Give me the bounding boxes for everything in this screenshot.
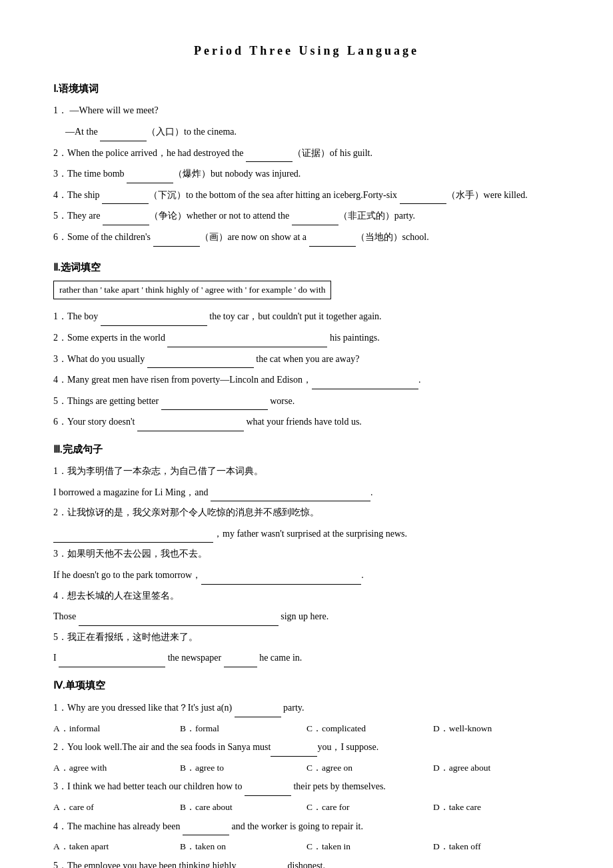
blank-q4-3	[245, 777, 291, 796]
option-d: D．take care	[433, 799, 560, 816]
q3-5-cn: 5．我正在看报纸，这时他进来了。	[53, 629, 560, 647]
option-c: C．care for	[306, 799, 433, 816]
blank-q2-2	[167, 329, 327, 347]
blank-q3-4	[79, 607, 279, 626]
q3-2-cn: 2．让我惊讶的是，我父亲对那个令人吃惊的消息并不感到吃惊。	[53, 504, 560, 522]
section4-header: Ⅳ.单项填空	[53, 677, 560, 695]
blank-q2-4	[312, 371, 418, 389]
q1-1-num: 1．	[53, 105, 67, 115]
q2-1: 1．The boy the toy car，but couldn't put i…	[53, 307, 560, 326]
q1-1: 1． —Where will we meet?	[53, 102, 560, 120]
q2-5: 5．Things are getting better worse.	[53, 392, 560, 411]
option-a: A．care of	[53, 799, 180, 816]
option-d: D．well-known	[433, 720, 560, 737]
blank-q4-4	[183, 817, 229, 836]
q1-2: 2．When the police arrived，he had destroy…	[53, 144, 560, 163]
blank-q1-6b	[309, 228, 356, 247]
q4-2-options: A．agree with B．agree to C．agree on D．agr…	[53, 759, 560, 777]
blank-q3-3	[201, 566, 361, 585]
blank-q3-1	[211, 483, 370, 502]
section2-header: Ⅱ.选词填空	[53, 259, 560, 277]
option-c: C．agree on	[306, 759, 433, 777]
q1-3: 3．The time bomb （爆炸）but nobody was injur…	[53, 165, 560, 183]
q3-1-en: I borrowed a magazine for Li Ming，and .	[53, 483, 560, 502]
q2-2: 2．Some experts in the world his painting…	[53, 329, 560, 347]
q4-2: 2．You look well.The air and the sea food…	[53, 738, 560, 757]
q4-4-options: A．taken apart B．taken on C．taken in D．ta…	[53, 838, 560, 855]
blank-q3-5b	[224, 649, 257, 667]
option-b: B．formal	[180, 720, 306, 737]
q1-6: 6．Some of the children's （画）are now on s…	[53, 228, 560, 247]
q2-6: 6．Your story doesn't what your friends h…	[53, 413, 560, 431]
blank-q1-4a	[102, 186, 149, 205]
page-title: Period Three Using Language	[53, 40, 560, 61]
q3-2-en: ，my father wasn't surprised at the surpr…	[53, 525, 560, 543]
q4-5: 5．The employee you have been thinking hi…	[53, 857, 560, 868]
blank-q1-1	[100, 123, 147, 141]
q4-1-options: A．informal B．formal C．complicated D．well…	[53, 720, 560, 737]
option-c: C．taken in	[306, 838, 433, 855]
blank-q1-3	[127, 165, 173, 183]
blank-q1-5a	[103, 207, 149, 225]
blank-q1-4b	[400, 186, 446, 205]
blank-q4-5	[239, 857, 285, 868]
blank-q2-3	[147, 350, 254, 369]
blank-q1-6a	[153, 228, 200, 247]
q3-4-en: Those sign up here.	[53, 607, 560, 626]
option-b: B．care about	[180, 799, 306, 816]
section3-header: Ⅲ.完成句子	[53, 441, 560, 459]
vocab-box: rather than ' take apart ' think highly …	[53, 281, 331, 300]
q4-1: 1．Why are you dressed like that？It's jus…	[53, 699, 560, 717]
q3-1-cn: 1．我为李明借了一本杂志，为自己借了一本词典。	[53, 463, 560, 481]
blank-q1-5b	[292, 207, 338, 225]
option-a: A．informal	[53, 720, 180, 737]
option-a: A．taken apart	[53, 838, 180, 855]
blank-q3-2	[53, 525, 213, 543]
q3-5-en: I the newspaper he came in.	[53, 649, 560, 667]
q1-1-sub: —At the （入口）to the cinema.	[65, 123, 560, 141]
blank-q3-5a	[59, 649, 165, 667]
option-d: D．agree about	[433, 759, 560, 777]
q3-4-cn: 4．想去长城的人在这里签名。	[53, 587, 560, 605]
blank-q2-1	[101, 307, 207, 326]
option-c: C．complicated	[306, 720, 433, 737]
q3-3-cn: 3．如果明天他不去公园，我也不去。	[53, 545, 560, 563]
blank-q2-5	[161, 392, 268, 411]
q2-3: 3．What do you usually the cat when you a…	[53, 350, 560, 369]
q1-5: 5．They are （争论）whether or not to attend …	[53, 207, 560, 225]
vocab-box-container: rather than ' take apart ' think highly …	[53, 281, 560, 304]
option-b: B．agree to	[180, 759, 306, 777]
blank-q2-6	[137, 413, 244, 431]
q4-3-options: A．care of B．care about C．care for D．take…	[53, 799, 560, 816]
option-d: D．taken off	[433, 838, 560, 855]
q4-4: 4．The machine has already been and the w…	[53, 817, 560, 836]
option-a: A．agree with	[53, 759, 180, 777]
option-b: B．taken on	[180, 838, 306, 855]
section1-header: Ⅰ.语境填词	[53, 80, 560, 98]
blank-q4-2	[271, 738, 317, 757]
q4-3: 3．I think we had better teach our childr…	[53, 777, 560, 796]
q2-4: 4．Many great men have risen from poverty…	[53, 371, 560, 389]
blank-q4-1	[235, 699, 281, 717]
blank-q1-2	[246, 144, 293, 163]
q1-4: 4．The ship （下沉）to the bottom of the sea …	[53, 186, 560, 205]
q3-3-en: If he doesn't go to the park tomorrow， .	[53, 566, 560, 585]
